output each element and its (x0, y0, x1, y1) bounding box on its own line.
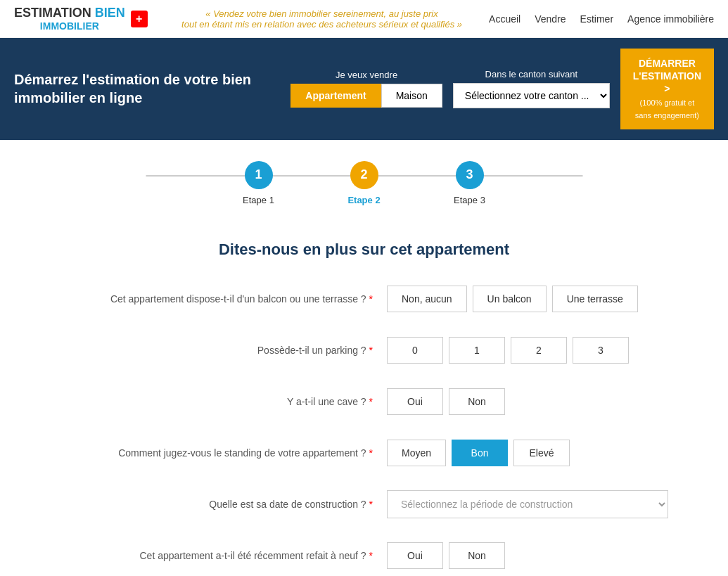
answer-btn-standing-bon[interactable]: Bon (452, 440, 508, 466)
banner-title: Démarrez l'estimation de votre bien immo… (14, 70, 276, 107)
logo-area: ESTIMATION BIEN IMMOBILIER + (14, 6, 155, 32)
logo-text: ESTIMATION BIEN (14, 6, 125, 20)
property-type-group: Je veux vendre Appartement Maison (290, 70, 442, 108)
answer-btn-parking-0[interactable]: 0 (387, 337, 443, 364)
main-content: Dites-nous en plus sur cet appartement C… (0, 226, 728, 576)
nav-accueil[interactable]: Accueil (489, 13, 521, 25)
answer-btn-standing-elevé[interactable]: Elevé (513, 440, 570, 466)
answer-btn-standing-moyen[interactable]: Moyen (387, 440, 446, 466)
answer-btn-balcon-non,-aucun[interactable]: Non, aucun (387, 286, 467, 312)
tagline: « Vendez votre bien immobilier sereineme… (155, 8, 489, 30)
swiss-flag-icon: + (131, 11, 148, 27)
answer-btn-balcon-une-terrasse[interactable]: Une terrasse (552, 286, 638, 312)
answer-btn-parking-3[interactable]: 3 (573, 337, 629, 364)
property-type-toggle: Appartement Maison (290, 84, 442, 108)
question-label-cave: Y a-t-il une cave ? * (28, 396, 387, 407)
answer-btn-refait-non[interactable]: Non (449, 542, 505, 569)
answer-area-parking: 0123 (387, 337, 629, 364)
canton-group: Dans le canton suivant Sélectionnez votr… (453, 69, 610, 108)
answer-area-balcon: Non, aucunUn balconUne terrasse (387, 286, 638, 312)
logo-subtext: IMMOBILIER (14, 20, 125, 32)
canton-label: Dans le canton suivant (453, 69, 610, 79)
question-label-balcon: Cet appartement dispose-t-il d'un balcon… (28, 293, 387, 305)
step-2: 2 Etape 2 (312, 161, 417, 205)
blue-banner: Démarrez l'estimation de votre bien immo… (0, 38, 728, 140)
nav-estimer[interactable]: Estimer (580, 13, 613, 25)
answer-area-construction: Sélectionnez la période de construction … (387, 490, 668, 518)
nav-agence[interactable]: Agence immobilière (627, 13, 714, 25)
question-label-refait: Cet appartement a-t-il été récemment ref… (28, 550, 387, 561)
nav-vendre[interactable]: Vendre (535, 13, 566, 25)
step-3-circle: 3 (456, 161, 484, 189)
step-1-circle: 1 (245, 161, 273, 189)
form-title: Dites-nous en plus sur cet appartement (28, 241, 700, 259)
answer-area-refait: OuiNon (387, 542, 505, 569)
canton-select[interactable]: Sélectionnez votre canton ... (453, 83, 610, 108)
answer-btn-parking-1[interactable]: 1 (449, 337, 505, 364)
question-row-parking: Possède-t-il un parking ? *0123 (28, 331, 700, 370)
question-row-refait: Cet appartement a-t-il été récemment ref… (28, 537, 700, 575)
step-2-label: Etape 2 (347, 195, 380, 205)
property-type-label: Je veux vendre (290, 70, 442, 80)
answer-btn-cave-oui[interactable]: Oui (387, 388, 443, 415)
questions-container: Cet appartement dispose-t-il d'un balcon… (28, 280, 700, 576)
main-nav: Accueil Vendre Estimer Agence immobilièr… (489, 13, 714, 25)
question-row-balcon: Cet appartement dispose-t-il d'un balcon… (28, 280, 700, 319)
select-construction[interactable]: Sélectionnez la période de construction … (387, 490, 668, 518)
step-1: 1 Etape 1 (206, 161, 312, 205)
question-label-parking: Possède-t-il un parking ? * (28, 345, 387, 356)
question-label-standing: Comment jugez-vous le standing de votre … (28, 447, 387, 459)
answer-btn-parking-2[interactable]: 2 (511, 337, 567, 364)
maison-btn[interactable]: Maison (381, 84, 442, 108)
start-estimation-btn[interactable]: DÉMARRER L'ESTIMATION > (100% gratuit et… (620, 49, 714, 129)
question-row-cave: Y a-t-il une cave ? *OuiNon (28, 383, 700, 421)
step-3: 3 Etape 3 (417, 161, 523, 205)
step-2-circle: 2 (350, 161, 378, 189)
steps-container: 1 Etape 1 2 Etape 2 3 Etape 3 (0, 140, 728, 226)
question-row-construction: Quelle est sa date de construction ? *Sé… (28, 485, 700, 524)
answer-area-standing: MoyenBonElevé (387, 440, 570, 466)
appartement-btn[interactable]: Appartement (290, 84, 381, 108)
answer-btn-refait-oui[interactable]: Oui (387, 542, 443, 569)
step-1-label: Etape 1 (243, 195, 274, 205)
top-header: ESTIMATION BIEN IMMOBILIER + « Vendez vo… (0, 0, 728, 38)
answer-btn-balcon-un-balcon[interactable]: Un balcon (473, 286, 547, 312)
step-3-label: Etape 3 (454, 195, 485, 205)
question-row-standing: Comment jugez-vous le standing de votre … (28, 434, 700, 473)
answer-area-cave: OuiNon (387, 388, 505, 415)
answer-btn-cave-non[interactable]: Non (449, 388, 505, 415)
banner-form: Je veux vendre Appartement Maison Dans l… (290, 49, 714, 129)
question-label-construction: Quelle est sa date de construction ? * (28, 499, 387, 510)
